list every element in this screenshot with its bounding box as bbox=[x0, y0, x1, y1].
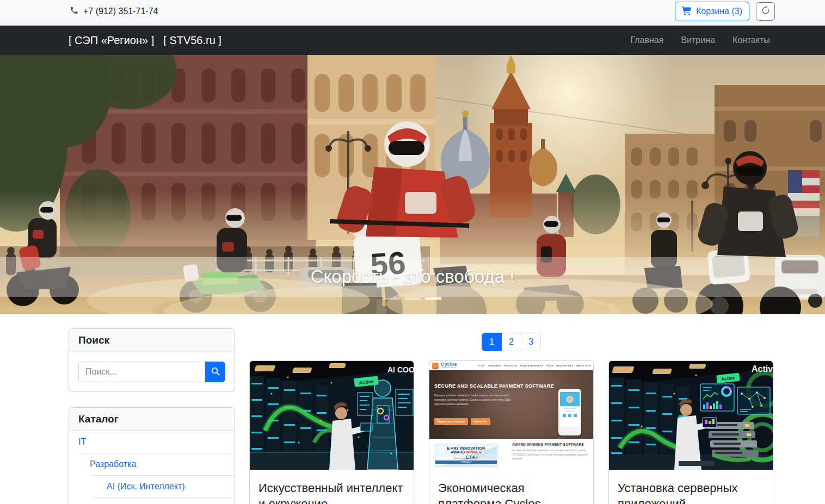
pagination: 1 2 3 bbox=[249, 333, 773, 351]
search-input[interactable] bbox=[78, 362, 205, 382]
carousel-indicator-2[interactable] bbox=[404, 297, 421, 300]
brand-sep-region[interactable]: [ СЭП «Регион» ] bbox=[69, 34, 154, 47]
nav-link-contacts[interactable]: Контакты bbox=[732, 35, 770, 45]
cyclos-award-banner: E-PAY INNOVATION AWARD WINNER Powered by… bbox=[435, 444, 497, 466]
carousel-indicators bbox=[0, 297, 825, 300]
brand-stv56[interactable]: [ STV56.ru ] bbox=[163, 34, 221, 47]
product-title-servers[interactable]: Установка серверных приложений bbox=[618, 480, 764, 504]
cyclos-menu-resources: RESOURCES ▾ bbox=[556, 364, 573, 367]
cyclos-mini-navbar: Cyclos Payment software HOME FEATURES PR… bbox=[429, 361, 593, 370]
cart-icon bbox=[682, 5, 692, 17]
cyclos-avatar bbox=[567, 396, 574, 403]
server-overlay-text: Activ bbox=[752, 364, 773, 374]
product-card-servers[interactable]: Active Activ Установка серверных приложе… bbox=[608, 360, 773, 504]
cyclos-hero: SECURE AND SCALABLE PAYMENT SOFTWARE Pay… bbox=[429, 370, 593, 439]
sidebar: Поиск Каталог IT Разработка bbox=[69, 328, 235, 504]
cyclos-menu-features: FEATURES bbox=[488, 364, 501, 367]
search-card: Поиск bbox=[69, 328, 235, 392]
cart-label: Корзина (3) bbox=[696, 7, 742, 16]
cyclos-menu-mobile: MOBILE BANKING ▾ bbox=[520, 364, 543, 367]
cyclos-award-section: E-PAY INNOVATION AWARD WINNER Powered by… bbox=[429, 439, 593, 470]
cyclos-logo-icon bbox=[432, 363, 439, 369]
cyclos-features-button: Feature list bbox=[471, 418, 490, 425]
catalog-card-title: Каталог bbox=[69, 408, 235, 431]
eta-logo: ETA bbox=[466, 455, 475, 460]
product-title-ai[interactable]: Искусственный интеллект и окружение bbox=[258, 480, 405, 504]
cyclos-menu-home: HOME bbox=[478, 364, 485, 367]
catalog-item-it[interactable]: IT bbox=[78, 437, 86, 446]
hero-caption: Скорость - это свобода ! bbox=[0, 266, 825, 287]
cyclos-body-text: Payment software created for banks, bart… bbox=[434, 393, 516, 406]
product-card-ai[interactable]: Active AI COO Искусственный интеллект и … bbox=[249, 360, 414, 504]
navbar: [ СЭП «Регион» ] [ STV56.ru ] Главная Ви… bbox=[0, 26, 825, 55]
product-image-servers: Active Activ bbox=[609, 361, 773, 470]
main-content: 1 2 3 bbox=[249, 328, 773, 504]
page-3[interactable]: 3 bbox=[521, 333, 541, 351]
refresh-icon bbox=[761, 6, 770, 16]
cart-button[interactable]: Корзина (3) bbox=[675, 2, 749, 21]
catalog-item-ai[interactable]: AI (Иск. Интеллект) bbox=[107, 482, 185, 491]
page-2[interactable]: 2 bbox=[502, 333, 521, 351]
topbar: +7 (912) 351-71-74 Корзина (3) bbox=[0, 0, 825, 26]
product-title-cyclos[interactable]: Экономическая платформа Cyclos bbox=[438, 480, 584, 504]
cyclos-menu-about: ABOUT US ▾ bbox=[576, 364, 590, 367]
cyclos-menu-pos: POS ▾ bbox=[546, 364, 553, 367]
carousel-indicator-3[interactable] bbox=[425, 297, 441, 300]
product-image-cyclos: Cyclos Payment software HOME FEATURES PR… bbox=[429, 361, 593, 470]
catalog-card: Каталог IT Разработка AI (Иск. Интеллект… bbox=[69, 407, 235, 504]
phone-icon bbox=[70, 6, 78, 17]
ai-overlay-text: AI COO bbox=[387, 365, 414, 374]
nav-link-showcase[interactable]: Витрина bbox=[681, 35, 715, 45]
cyclos-tagline: Payment software bbox=[441, 367, 457, 369]
cyclos-headline: SECURE AND SCALABLE PAYMENT SOFTWARE bbox=[434, 383, 554, 389]
search-icon bbox=[211, 367, 220, 377]
cyclos-phone-mockup bbox=[558, 389, 581, 435]
refresh-button[interactable] bbox=[756, 2, 775, 21]
page-1[interactable]: 1 bbox=[482, 333, 502, 351]
phone-link[interactable]: +7 (912) 351-71-74 bbox=[70, 6, 158, 17]
phone-number: +7 (912) 351-71-74 bbox=[83, 7, 158, 16]
product-card-cyclos[interactable]: Cyclos Payment software HOME FEATURES PR… bbox=[429, 360, 594, 504]
search-button[interactable] bbox=[205, 362, 225, 382]
carousel-indicator-1[interactable] bbox=[384, 297, 400, 300]
hero-carousel: 56 bbox=[0, 55, 825, 314]
search-card-title: Поиск bbox=[69, 329, 235, 352]
catalog-item-razrabotka[interactable]: Разработка bbox=[90, 459, 136, 469]
product-image-ai: Active AI COO bbox=[250, 361, 414, 470]
cyclos-award-heading: AWARD WINNING PAYMENT SOFTWARE bbox=[512, 443, 589, 446]
cyclos-menu-products: PRODUCTS bbox=[504, 364, 517, 367]
cyclos-award-paragraph: As early as 2014 the payment industry aw… bbox=[512, 449, 589, 461]
nav-link-home[interactable]: Главная bbox=[630, 35, 663, 45]
cyclos-register-button: Register and Download bbox=[434, 418, 468, 425]
